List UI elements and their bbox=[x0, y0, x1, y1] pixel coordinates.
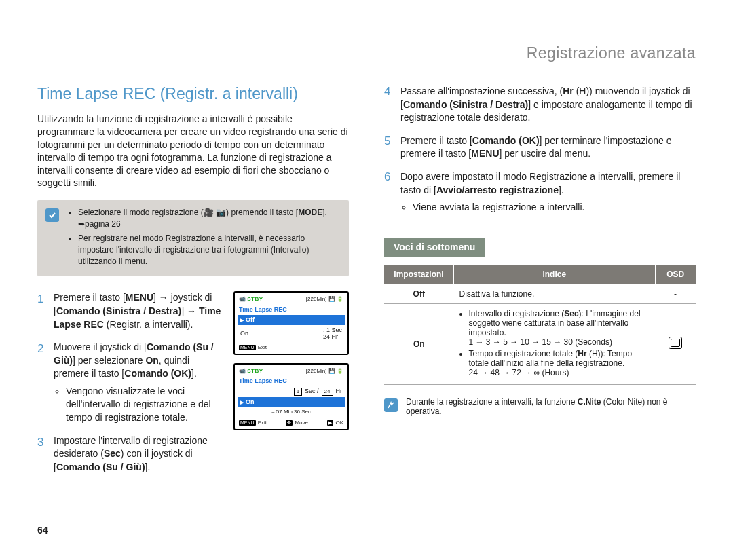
step-item: 6 Dopo avere impostato il modo Registraz… bbox=[384, 170, 696, 214]
tip-note: Durante la registrazione a intervalli, l… bbox=[384, 397, 696, 416]
step-item: 2 Muovere il joystick di [Comando (Su / … bbox=[37, 341, 227, 425]
photo-icon: 📷 bbox=[216, 208, 226, 217]
step-item: 4 Passare all'impostazione successiva, (… bbox=[384, 85, 696, 125]
chapter-title: Registrazione avanzata bbox=[527, 44, 696, 62]
lcd-preview-2: 📹 STBY [220Min] 💾 🔋 Time Lapse REC 1Sec … bbox=[233, 363, 349, 430]
step-item: 1 Premere il tasto [MENU] → joystick di … bbox=[37, 291, 227, 331]
video-icon: 🎥 bbox=[204, 208, 214, 217]
step-item: 3 Impostare l'intervallo di registrazion… bbox=[37, 434, 227, 474]
divider bbox=[37, 67, 696, 67]
check-icon bbox=[45, 208, 59, 222]
table-row: On Intervallo di registrazione (Sec): L'… bbox=[384, 303, 696, 384]
step-item: 5 Premere il tasto [Comando (OK)] per te… bbox=[384, 134, 696, 161]
table-row: Off Disattiva la funzione. - bbox=[384, 284, 696, 303]
note-item: Per registrare nel modo Registrazione a … bbox=[78, 233, 341, 267]
th-osd: OSD bbox=[655, 265, 696, 284]
timelapse-osd-icon bbox=[669, 337, 682, 349]
note-item: Selezionare il modo registrazione (🎥 📷) … bbox=[78, 207, 341, 230]
precondition-note: Selezionare il modo registrazione (🎥 📷) … bbox=[37, 200, 349, 276]
note-icon bbox=[384, 398, 398, 412]
submenu-table: Impostazioni Indice OSD Off Disattiva la… bbox=[384, 265, 696, 385]
submenu-heading: Voci di sottomenu bbox=[384, 238, 485, 257]
intro-paragraph: Utilizzando la funzione di registrazione… bbox=[37, 113, 349, 189]
th-settings: Impostazioni bbox=[384, 265, 454, 284]
lcd-preview-1: 📹 STBY [220Min] 💾 🔋 Time Lapse REC Off O… bbox=[233, 291, 349, 354]
th-index: Indice bbox=[454, 265, 656, 284]
section-title: Time Lapse REC (Registr. a intervalli) bbox=[37, 85, 349, 103]
page-number: 64 bbox=[37, 525, 48, 536]
lcd-previews: 📹 STBY [220Min] 💾 🔋 Time Lapse REC Off O… bbox=[233, 291, 349, 438]
